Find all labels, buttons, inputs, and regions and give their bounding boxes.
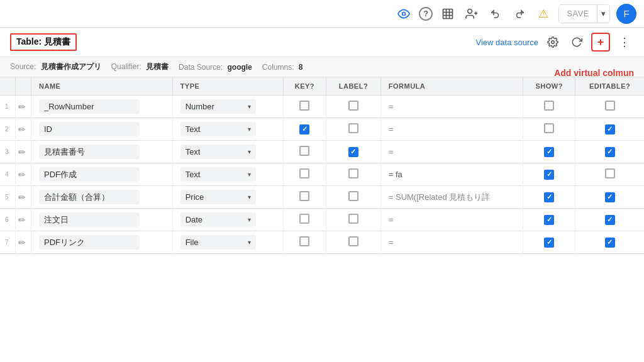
edit-icon-cell[interactable]: ✏: [16, 163, 31, 186]
name-input[interactable]: [39, 145, 140, 159]
type-select[interactable]: Text▾: [180, 145, 256, 159]
type-cell[interactable]: File▾: [172, 231, 283, 254]
type-select[interactable]: Price▾: [180, 190, 256, 204]
editable-checkbox[interactable]: [605, 124, 615, 134]
edit-icon-cell[interactable]: ✏: [16, 141, 31, 163]
redo-icon[interactable]: [511, 5, 528, 23]
key-cell[interactable]: [283, 163, 326, 186]
edit-icon-cell[interactable]: ✏: [16, 231, 31, 254]
name-input[interactable]: [39, 190, 140, 204]
editable-cell[interactable]: [575, 141, 644, 163]
settings-icon[interactable]: [543, 33, 562, 52]
refresh-icon[interactable]: [567, 33, 586, 52]
editable-cell[interactable]: [575, 96, 644, 118]
type-select[interactable]: File▾: [180, 235, 256, 250]
edit-icon-cell[interactable]: ✏: [16, 96, 31, 118]
label-cell[interactable]: [326, 118, 381, 141]
label-checkbox[interactable]: [348, 101, 358, 111]
editable-checkbox[interactable]: [605, 101, 615, 111]
key-cell[interactable]: [283, 231, 326, 254]
edit-icon-cell[interactable]: ✏: [16, 186, 31, 209]
save-dropdown-arrow[interactable]: ▾: [597, 5, 609, 23]
key-cell[interactable]: [283, 118, 326, 141]
key-checkbox[interactable]: [299, 214, 309, 224]
show-checkbox[interactable]: [544, 123, 554, 133]
label-cell[interactable]: [326, 141, 381, 163]
type-cell[interactable]: Number▾: [172, 96, 283, 118]
show-checkbox[interactable]: [544, 170, 554, 180]
show-cell[interactable]: [523, 186, 575, 209]
pencil-icon[interactable]: ✏: [18, 215, 26, 225]
key-checkbox[interactable]: [299, 101, 309, 111]
edit-icon-cell[interactable]: ✏: [16, 118, 31, 141]
key-checkbox[interactable]: [299, 236, 309, 246]
type-select[interactable]: Text▾: [180, 167, 256, 182]
pencil-icon[interactable]: ✏: [18, 124, 26, 134]
key-checkbox[interactable]: [299, 124, 309, 134]
editable-cell[interactable]: [575, 186, 644, 209]
show-cell[interactable]: [523, 141, 575, 163]
name-input[interactable]: [39, 235, 140, 250]
eye-icon[interactable]: [395, 5, 413, 23]
label-checkbox[interactable]: [348, 236, 358, 246]
label-cell[interactable]: [326, 96, 381, 118]
label-checkbox[interactable]: [348, 168, 358, 178]
key-cell[interactable]: [283, 96, 326, 118]
editable-checkbox[interactable]: [605, 215, 615, 225]
label-cell[interactable]: [326, 186, 381, 209]
key-cell[interactable]: [283, 141, 326, 163]
edit-icon-cell[interactable]: ✏: [16, 209, 31, 231]
editable-cell[interactable]: [575, 163, 644, 186]
pencil-icon[interactable]: ✏: [18, 238, 26, 248]
type-cell[interactable]: Date▾: [172, 209, 283, 231]
type-cell[interactable]: Price▾: [172, 186, 283, 209]
view-data-source-link[interactable]: View data source: [476, 38, 539, 47]
key-cell[interactable]: [283, 209, 326, 231]
show-checkbox[interactable]: [544, 192, 554, 202]
type-cell[interactable]: Text▾: [172, 118, 283, 141]
label-checkbox[interactable]: [348, 123, 358, 133]
type-cell[interactable]: Text▾: [172, 163, 283, 186]
editable-checkbox[interactable]: [605, 147, 615, 157]
name-input[interactable]: [39, 99, 140, 114]
show-cell[interactable]: [523, 209, 575, 231]
name-input[interactable]: [39, 212, 140, 227]
show-cell[interactable]: [523, 96, 575, 118]
pencil-icon[interactable]: ✏: [18, 102, 26, 112]
show-cell[interactable]: [523, 163, 575, 186]
show-checkbox[interactable]: [544, 215, 554, 225]
undo-icon[interactable]: [487, 5, 504, 23]
type-select[interactable]: Date▾: [180, 212, 256, 227]
label-checkbox[interactable]: [348, 214, 358, 224]
key-cell[interactable]: [283, 186, 326, 209]
table-icon[interactable]: [439, 5, 457, 23]
help-icon[interactable]: ?: [419, 7, 433, 21]
key-checkbox[interactable]: [299, 191, 309, 201]
editable-checkbox[interactable]: [605, 238, 615, 248]
editable-cell[interactable]: [575, 118, 644, 141]
save-button[interactable]: SAVE ▾: [558, 4, 610, 23]
label-checkbox[interactable]: [348, 191, 358, 201]
type-select[interactable]: Number▾: [180, 99, 256, 114]
name-input[interactable]: [39, 122, 140, 136]
show-checkbox[interactable]: [544, 238, 554, 248]
show-checkbox[interactable]: [544, 147, 554, 157]
type-cell[interactable]: Text▾: [172, 141, 283, 163]
label-checkbox[interactable]: [348, 147, 358, 157]
show-cell[interactable]: [523, 231, 575, 254]
editable-checkbox[interactable]: [605, 192, 615, 202]
editable-checkbox[interactable]: [605, 168, 615, 178]
user-avatar[interactable]: F: [616, 4, 636, 24]
add-column-button[interactable]: +: [591, 33, 610, 52]
pencil-icon[interactable]: ✏: [18, 170, 26, 180]
pencil-icon[interactable]: ✏: [18, 192, 26, 202]
key-checkbox[interactable]: [299, 146, 309, 156]
label-cell[interactable]: [326, 209, 381, 231]
label-cell[interactable]: [326, 163, 381, 186]
more-options-icon[interactable]: ⋮: [615, 33, 634, 52]
pencil-icon[interactable]: ✏: [18, 147, 26, 157]
label-cell[interactable]: [326, 231, 381, 254]
editable-cell[interactable]: [575, 231, 644, 254]
show-cell[interactable]: [523, 118, 575, 141]
name-input[interactable]: [39, 167, 140, 182]
